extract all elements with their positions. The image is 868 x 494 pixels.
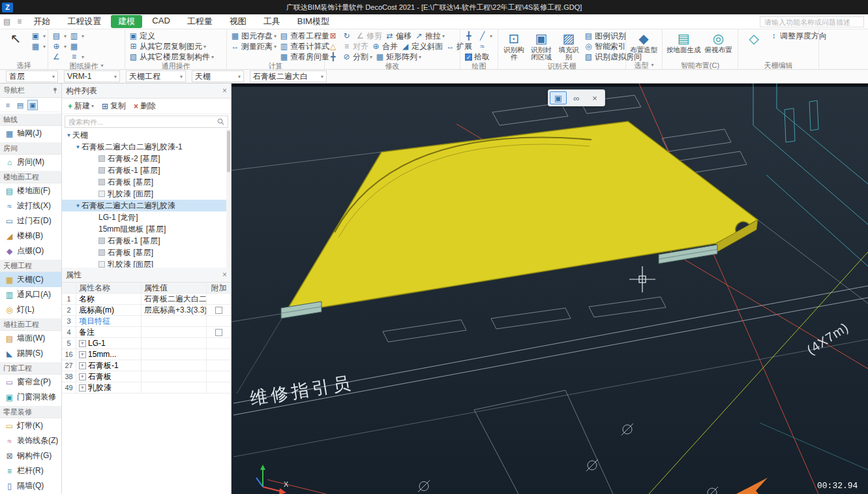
- select-tool-button[interactable]: ↖: [2, 31, 29, 46]
- property-value[interactable]: [142, 316, 207, 326]
- ribbon-button[interactable]: ▤查看工程量: [278, 31, 331, 41]
- context-select[interactable]: 天棚工程 ▾: [126, 70, 186, 82]
- tree-item[interactable]: 石膏板 [基层]: [62, 247, 231, 258]
- property-value[interactable]: [142, 349, 207, 360]
- nav-row[interactable]: 楼地面工程: [0, 171, 61, 183]
- tree-arrow-icon[interactable]: ▼: [74, 203, 82, 209]
- nav-row[interactable]: ▯ 隔墙(Q): [0, 478, 61, 493]
- copy-component-button[interactable]: ⊞ 复制: [98, 99, 130, 113]
- nav-row[interactable]: ◆ 点缀(O): [0, 243, 61, 258]
- ceiling-edit-button[interactable]: ◇: [740, 31, 768, 46]
- new-component-button[interactable]: + 新建 ▾: [64, 99, 98, 113]
- ribbon-button[interactable]: △▾: [327, 41, 340, 52]
- expand-icon[interactable]: +: [79, 373, 86, 380]
- menu-list-icon[interactable]: ≡: [14, 17, 25, 26]
- property-value[interactable]: [142, 371, 207, 382]
- ribbon-button[interactable]: ⊕合并▾: [370, 41, 399, 52]
- ribbon-button[interactable]: ↻▾: [340, 31, 354, 41]
- menu-tab[interactable]: BIM模型: [290, 15, 337, 28]
- floating-toolbar-button[interactable]: ×: [586, 91, 603, 104]
- ribbon-button[interactable]: ≡对齐▾: [340, 41, 370, 52]
- nav-row[interactable]: ▦ 轴网(J): [0, 126, 61, 141]
- ribbon-button[interactable]: ▦矩形阵列▾: [374, 52, 423, 62]
- ribbon-icon-button[interactable]: ╋▾: [462, 31, 476, 41]
- ribbon-button[interactable]: ▣定义▾: [127, 31, 215, 41]
- checkbox-checked-icon[interactable]: ✓: [465, 54, 472, 61]
- nav-row[interactable]: ≡ 栏杆(R): [0, 463, 61, 478]
- ribbon-button[interactable]: ⊘分割▾: [340, 52, 374, 62]
- ribbon-button[interactable]: ∠修剪▾: [354, 31, 383, 41]
- tree-item[interactable]: 石膏板-2 [基层]: [62, 153, 231, 164]
- menu-tab[interactable]: 建模: [111, 15, 142, 28]
- ribbon-icon-button[interactable]: ≡▾: [68, 52, 85, 62]
- close-icon[interactable]: ×: [222, 86, 227, 95]
- nav-row[interactable]: 零星装修: [0, 406, 61, 418]
- tree-item[interactable]: 15mm阻燃板 [基层]: [62, 223, 231, 235]
- ribbon-icon-button[interactable]: ∠▾: [50, 52, 68, 62]
- component-search[interactable]: [65, 116, 228, 128]
- panel-view-icon[interactable]: ▣: [27, 100, 38, 110]
- context-select[interactable]: VRM-1 ▾: [64, 70, 120, 82]
- attach-checkbox[interactable]: [215, 307, 222, 314]
- nav-row[interactable]: ≈ 波打线(X): [0, 198, 61, 213]
- ribbon-icon-button[interactable]: ▦▾: [29, 41, 47, 52]
- ribbon-button[interactable]: ⊠▾: [327, 31, 340, 41]
- collapse-tree-icon[interactable]: ≡: [3, 100, 13, 110]
- menu-tab[interactable]: 工具: [256, 15, 288, 28]
- ribbon-icon-button[interactable]: ╱▾: [476, 31, 494, 41]
- menu-tab[interactable]: 视图: [222, 15, 254, 28]
- function-search-input[interactable]: [760, 16, 864, 27]
- ribbon-button[interactable]: ▦查看房间量: [278, 52, 331, 62]
- tree-item[interactable]: 石膏板-1 [基层]: [62, 235, 231, 247]
- pick-checkbox-button[interactable]: ✓ 拾取: [462, 52, 494, 62]
- nav-row[interactable]: 轴线: [0, 114, 61, 126]
- nav-row[interactable]: ◣ 踢脚(S): [0, 346, 61, 361]
- floating-toolbar-button[interactable]: ∞: [568, 91, 585, 104]
- nav-row[interactable]: ◢ 楼梯(B): [0, 228, 61, 243]
- menu-tab[interactable]: 工程量: [180, 15, 220, 28]
- property-value[interactable]: 石膏板二遍大白二遍...: [142, 294, 207, 304]
- nav-row[interactable]: ≈ 装饰线条(Z): [0, 433, 61, 448]
- nav-row[interactable]: ▤ 墙面(W): [0, 331, 61, 346]
- ribbon-button[interactable]: ⇄偏移▾: [383, 31, 413, 41]
- ribbon-button[interactable]: ⊞从其它层复制图元▾: [127, 41, 215, 52]
- property-value[interactable]: [142, 360, 207, 371]
- ribbon-icon-button[interactable]: ▦▾: [68, 41, 85, 52]
- ribbon-button[interactable]: ↔测量距离▾: [229, 41, 278, 52]
- pin-icon[interactable]: [52, 87, 58, 93]
- ribbon-big-button[interactable]: ⊡识别构件: [500, 31, 528, 61]
- viewport-canvas[interactable]: 维修指引员 (4X7m) X: [232, 84, 868, 494]
- tree-item[interactable]: ▼ 石膏板二遍大白二遍乳胶漆-1: [62, 141, 231, 153]
- delete-component-button[interactable]: × 删除: [130, 99, 160, 113]
- expand-icon[interactable]: +: [79, 351, 86, 358]
- property-value[interactable]: [142, 338, 207, 348]
- component-search-input[interactable]: [68, 118, 217, 126]
- ribbon-button[interactable]: ◢定义斜面▾: [399, 41, 444, 52]
- list-view-icon[interactable]: ▤: [15, 100, 25, 110]
- context-select[interactable]: 首层 ▾: [6, 70, 58, 82]
- attach-checkbox[interactable]: [215, 329, 222, 336]
- tree-item[interactable]: ▼ 天棚: [62, 129, 231, 141]
- ribbon-icon-button[interactable]: ▣▾: [29, 31, 47, 41]
- property-value[interactable]: [142, 327, 207, 337]
- ribbon-button[interactable]: ▦图元存盘▾: [229, 31, 278, 41]
- ribbon-button[interactable]: ▧从其它楼层复制构件▾: [127, 52, 215, 62]
- menu-tab[interactable]: CAD: [145, 15, 177, 28]
- nav-row[interactable]: ◎ 灯(L): [0, 302, 61, 317]
- expand-icon[interactable]: +: [79, 384, 86, 392]
- ribbon-button[interactable]: ╋▾: [327, 52, 340, 62]
- floating-toolbar-button[interactable]: ▣: [550, 91, 567, 104]
- ribbon-button[interactable]: ↗推拉▾: [413, 31, 446, 41]
- tree-item[interactable]: ▼ 石膏板二遍大白二遍乳胶漆: [62, 200, 231, 211]
- ribbon-button[interactable]: ▥查看计算式: [278, 41, 331, 52]
- property-value[interactable]: [142, 382, 207, 393]
- expand-icon[interactable]: +: [79, 362, 86, 369]
- tree-arrow-icon[interactable]: ▼: [74, 144, 82, 150]
- ribbon-icon-button[interactable]: ∩▾: [462, 41, 476, 52]
- nav-row[interactable]: 房间: [0, 142, 61, 155]
- ribbon-big-button[interactable]: ▨填充识别: [555, 31, 582, 61]
- ribbon-icon-button[interactable]: ▥▾: [68, 31, 85, 41]
- nav-row[interactable]: ▭ 过门石(D): [0, 213, 61, 228]
- nav-row[interactable]: ▣ 门窗洞装修: [0, 390, 61, 405]
- nav-row[interactable]: ⊠ 钢构件(G): [0, 448, 61, 463]
